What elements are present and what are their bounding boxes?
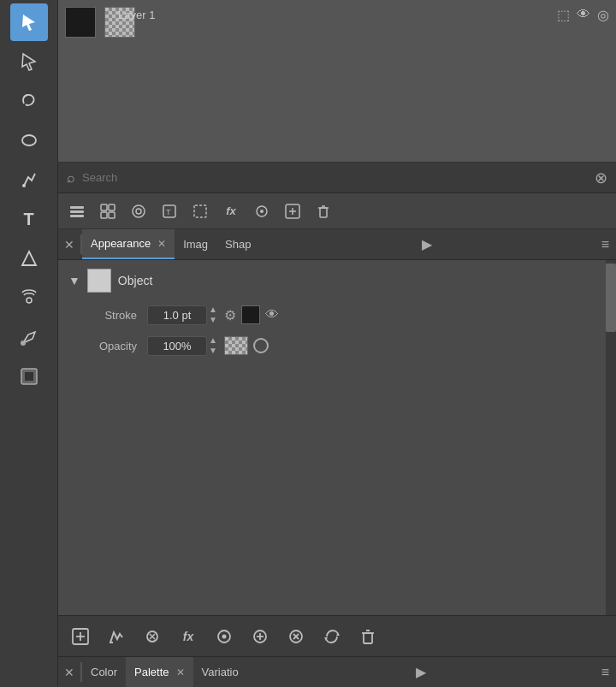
- tab-arrow-btn[interactable]: ▶: [415, 229, 439, 259]
- group-icon-btn[interactable]: [94, 198, 121, 225]
- bottom-tab-variatio[interactable]: Variatio: [193, 657, 247, 687]
- collapse-icon[interactable]: ▼: [68, 274, 80, 287]
- tab-appearance-close[interactable]: ✕: [157, 238, 166, 250]
- svg-point-36: [222, 634, 227, 638]
- eye-icon[interactable]: 👁: [577, 7, 590, 23]
- left-toolbar: T: [0, 0, 58, 687]
- lasso-tool[interactable]: [10, 82, 48, 120]
- svg-text:T: T: [166, 208, 171, 216]
- layer-thumbnail-black: [65, 7, 96, 38]
- tab-image[interactable]: Imag: [175, 229, 216, 259]
- stroke-options-btn[interactable]: ⚙: [224, 307, 236, 323]
- svg-rect-11: [109, 204, 115, 210]
- svg-rect-6: [25, 372, 33, 381]
- fx-bottom-btn[interactable]: fx: [173, 621, 204, 652]
- stroke-eye-icon[interactable]: 👁: [265, 307, 279, 323]
- stroke-color-swatch[interactable]: [241, 305, 260, 324]
- add-effect-bottom-btn[interactable]: [137, 621, 168, 652]
- svg-rect-24: [320, 208, 327, 217]
- link-icon-btn[interactable]: [125, 198, 152, 225]
- tab-appearance-label: Appearance: [91, 237, 151, 250]
- lock-icon: ⬚: [557, 7, 570, 23]
- search-input[interactable]: [82, 171, 588, 184]
- object-label: Object: [118, 274, 152, 287]
- bottom-tab-variatio-label: Variatio: [202, 666, 239, 678]
- svg-point-3: [27, 298, 32, 303]
- add-item-bottom-btn[interactable]: [65, 621, 96, 652]
- opacity-value[interactable]: 100%: [147, 336, 207, 356]
- opacity-up-arrow[interactable]: ▲: [209, 335, 217, 346]
- tab-shape[interactable]: Shap: [216, 229, 259, 259]
- svg-rect-18: [194, 205, 206, 217]
- bottom-tab-color-label: Color: [91, 666, 117, 678]
- type-icon-btn[interactable]: T: [156, 198, 183, 225]
- svg-rect-10: [101, 204, 107, 210]
- delete-bottom-btn[interactable]: [352, 621, 383, 652]
- remove-bottom-btn[interactable]: [281, 621, 311, 652]
- ellipse-tool[interactable]: [10, 121, 48, 159]
- pen-tool[interactable]: [10, 161, 48, 198]
- panel-content: ▼ Object Stroke 1.0 pt ▲ ▼ ⚙ 👁 Opacity 1…: [58, 260, 616, 615]
- opacity-checker-swatch[interactable]: [224, 336, 248, 355]
- select-tool[interactable]: [10, 3, 48, 41]
- stroke-label: Stroke: [77, 309, 137, 322]
- svg-point-0: [22, 135, 36, 145]
- bottom-toolbar: fx: [58, 615, 616, 656]
- refresh-bottom-btn[interactable]: [317, 621, 347, 652]
- object-thumbnail: [87, 269, 111, 293]
- tab-appearance[interactable]: Appearance ✕: [82, 229, 175, 259]
- camera-icon-btn[interactable]: [248, 198, 275, 225]
- paint-tool[interactable]: [10, 318, 48, 356]
- tab-image-label: Imag: [183, 238, 208, 251]
- svg-point-4: [21, 341, 26, 346]
- stroke-up-arrow[interactable]: ▲: [209, 305, 217, 315]
- panel-close-button[interactable]: ✕: [58, 229, 80, 259]
- svg-rect-7: [70, 206, 84, 209]
- layer-icons: ⬚ 👁 ◎: [557, 7, 609, 23]
- direct-select-tool[interactable]: [10, 43, 48, 80]
- search-bar: ⌕ ⊗: [58, 163, 616, 193]
- tab-menu-btn[interactable]: ≡: [595, 229, 616, 259]
- svg-point-1: [22, 184, 26, 187]
- scrollbar-thumb[interactable]: [606, 264, 616, 332]
- fx-icon-btn[interactable]: fx: [217, 198, 245, 225]
- target-icon: ◎: [597, 7, 609, 23]
- panel-scrollbar[interactable]: [606, 260, 616, 615]
- fill-tool[interactable]: [10, 358, 48, 395]
- svg-point-14: [133, 205, 145, 217]
- bottom-tab-palette-close[interactable]: ✕: [176, 666, 185, 678]
- stroke-value[interactable]: 1.0 pt: [147, 305, 207, 325]
- type-tool[interactable]: T: [10, 200, 48, 238]
- stroke-down-arrow[interactable]: ▼: [209, 315, 217, 325]
- search-clear-button[interactable]: ⊗: [595, 169, 607, 187]
- stroke-row: Stroke 1.0 pt ▲ ▼ ⚙ 👁: [68, 305, 606, 325]
- svg-rect-13: [109, 212, 115, 218]
- object-section: ▼ Object: [68, 269, 606, 293]
- stroke-icons: ⚙ 👁: [224, 305, 279, 324]
- bottom-tab-color[interactable]: Color: [82, 657, 126, 687]
- bottom-panel-close-btn[interactable]: ✕: [58, 657, 80, 687]
- bottom-tab-palette[interactable]: Palette ✕: [126, 657, 192, 687]
- transform-icon-btn[interactable]: [187, 198, 214, 225]
- trash-icon-btn[interactable]: [310, 198, 337, 225]
- broadcast-tool[interactable]: [10, 279, 48, 317]
- opacity-circle-btn[interactable]: [253, 338, 269, 353]
- layers-icon-btn[interactable]: [63, 198, 91, 225]
- opacity-row: Opacity 100% ▲ ▼: [68, 335, 606, 356]
- svg-rect-8: [70, 210, 84, 213]
- tabs-container: Appearance ✕ Imag Shap ▶ ≡: [82, 229, 616, 259]
- camera-bottom-btn[interactable]: [209, 621, 240, 652]
- duplicate-bottom-btn[interactable]: [245, 621, 275, 652]
- svg-point-20: [260, 210, 264, 213]
- bottom-tab-menu[interactable]: ≡: [595, 657, 616, 687]
- add-item-icon-btn[interactable]: [279, 198, 306, 225]
- gradient-tool[interactable]: [10, 240, 48, 277]
- opacity-icons: [224, 336, 269, 355]
- svg-marker-2: [22, 252, 36, 265]
- add-stroke-bottom-btn[interactable]: [101, 621, 132, 652]
- bottom-tab-arrow[interactable]: ▶: [409, 657, 433, 687]
- bottom-tab-palette-label: Palette: [134, 666, 169, 678]
- layer-preview-area: Layer 1 ⬚ 👁 ◎: [58, 0, 616, 163]
- opacity-down-arrow[interactable]: ▼: [209, 346, 217, 356]
- main-panel: Layer 1 ⬚ 👁 ◎ ⌕ ⊗ T fx: [58, 0, 616, 687]
